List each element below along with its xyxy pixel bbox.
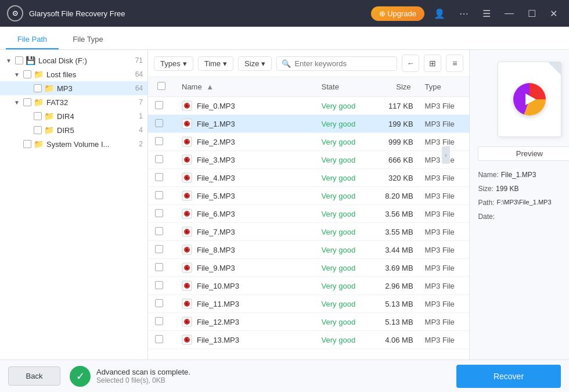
sidebar-item-systemvolume[interactable]: 📁 System Volume I... 2	[0, 137, 147, 151]
share-button[interactable]: ⋯	[455, 6, 473, 21]
checkbox-mp3[interactable]	[34, 84, 42, 92]
file-type-cell: MP3 File	[418, 241, 470, 259]
file-state-cell: Very good	[315, 277, 371, 295]
file-name-cell: File_3.MP3	[175, 151, 315, 169]
row-checkbox[interactable]	[155, 173, 163, 181]
table-row[interactable]: File_10.MP3Very good2.96 MBMP3 File	[148, 277, 469, 295]
checkbox-systemvolume[interactable]	[23, 140, 31, 148]
folder-icon: 📁	[34, 98, 44, 107]
row-checkbox[interactable]	[155, 191, 163, 199]
upgrade-button[interactable]: ⊕ Upgrade	[371, 6, 424, 21]
table-row[interactable]: File_0.MP3Very good117 KBMP3 File	[148, 97, 469, 115]
filter-size-button[interactable]: Size ▾	[238, 56, 272, 71]
table-row[interactable]: File_7.MP3Very good3.55 MBMP3 File	[148, 223, 469, 241]
file-name-text: File_4.MP3	[197, 174, 235, 182]
filter-types-button[interactable]: Types ▾	[154, 56, 193, 71]
file-name-cell: File_12.MP3	[175, 313, 315, 331]
mp3-file-icon	[182, 154, 192, 165]
close-button[interactable]: ✕	[545, 6, 562, 21]
table-row[interactable]: File_11.MP3Very good5.13 MBMP3 File	[148, 295, 469, 313]
main-content: ▼ 💾 Local Disk (F:) 71 ▼ 📁 Lost files 64…	[0, 50, 569, 359]
file-type-cell: MP3 File	[418, 115, 470, 133]
table-row[interactable]: File_4.MP3Very good320 KBMP3 File	[148, 169, 469, 187]
tab-filepath[interactable]: File Path	[6, 30, 59, 49]
mp3-file-icon	[182, 172, 192, 183]
sidebar-item-dir4[interactable]: 📁 DIR4 1	[0, 109, 147, 123]
table-row[interactable]: File_8.MP3Very good3.44 MBMP3 File	[148, 241, 469, 259]
file-size-cell: 3.55 MB	[371, 223, 418, 241]
file-name-text: File_5.MP3	[197, 192, 235, 200]
sidebar-label-fat32: FAT32	[46, 98, 136, 107]
table-row[interactable]: File_1.MP3Very good199 KBMP3 File	[148, 115, 469, 133]
back-button[interactable]: Back	[8, 366, 60, 386]
back-nav-button[interactable]: ←	[402, 55, 419, 72]
file-name-text: File_9.MP3	[197, 264, 235, 272]
checkbox-fat32[interactable]	[23, 98, 31, 106]
app-title: Glarysoft File Recovery Free	[29, 9, 125, 18]
file-name-text: File_0.MP3	[197, 102, 235, 110]
sidebar-item-fat32[interactable]: ▼ 📁 FAT32 7	[0, 95, 147, 109]
row-checkbox[interactable]	[155, 227, 163, 235]
checkbox-lostfiles[interactable]	[23, 70, 31, 78]
recover-button[interactable]: Recover	[456, 365, 561, 388]
search-input[interactable]	[294, 59, 392, 68]
row-checkbox[interactable]	[155, 299, 163, 307]
header-name[interactable]: Name ▲	[175, 77, 315, 97]
folder-icon: 📁	[44, 125, 54, 135]
file-name-cell: File_8.MP3	[175, 241, 315, 259]
table-row[interactable]: File_13.MP3Very good4.06 MBMP3 File	[148, 331, 469, 349]
app-logo: ⊙	[7, 5, 23, 21]
filter-time-button[interactable]: Time ▾	[198, 56, 233, 71]
file-corner-fold	[548, 62, 561, 75]
meta-path-row: Path: F:\MP3\File_1.MP3	[478, 196, 569, 210]
table-row[interactable]: File_3.MP3Very good666 KBMP3 File	[148, 151, 469, 169]
grid-view-button[interactable]: ⊞	[424, 55, 441, 72]
table-row[interactable]: File_6.MP3Very good3.56 MBMP3 File	[148, 205, 469, 223]
row-checkbox[interactable]	[155, 101, 163, 109]
header-state: State	[315, 77, 371, 97]
sidebar-item-localdisk[interactable]: ▼ 💾 Local Disk (F:) 71	[0, 53, 147, 67]
file-size-cell: 199 KB	[371, 115, 418, 133]
preview-label: Preview	[478, 146, 569, 161]
tab-filetype[interactable]: File Type	[61, 30, 115, 49]
sidebar-item-dir5[interactable]: 📁 DIR5 4	[0, 123, 147, 137]
checkbox-localdisk[interactable]	[15, 56, 23, 64]
sidebar-count-dir5: 4	[139, 126, 143, 134]
row-checkbox[interactable]	[155, 119, 163, 127]
mp3-file-icon	[182, 244, 192, 255]
maximize-button[interactable]: ☐	[523, 6, 541, 21]
select-all-checkbox[interactable]	[157, 82, 165, 90]
table-row[interactable]: File_12.MP3Very good5.13 MBMP3 File	[148, 313, 469, 331]
table-row[interactable]: File_9.MP3Very good3.69 MBMP3 File	[148, 259, 469, 277]
file-state-cell: Very good	[315, 133, 371, 151]
file-state-cell: Very good	[315, 313, 371, 331]
right-panel: Preview Name: File_1.MP3 Size: 199 KB Pa…	[470, 50, 569, 359]
row-checkbox[interactable]	[155, 317, 163, 325]
table-row[interactable]: File_2.MP3Very good999 KBMP3 File	[148, 133, 469, 151]
menu-button[interactable]: ☰	[478, 6, 495, 21]
checkbox-dir5[interactable]	[34, 126, 42, 134]
row-checkbox[interactable]	[155, 155, 163, 163]
checkbox-dir4[interactable]	[34, 112, 42, 120]
row-checkbox[interactable]	[155, 263, 163, 271]
meta-size-label: Size:	[478, 182, 494, 196]
row-checkbox[interactable]	[155, 245, 163, 253]
table-row[interactable]: File_5.MP3Very good8.20 MBMP3 File	[148, 187, 469, 205]
sidebar-count-fat32: 7	[139, 98, 143, 106]
panel-toggle-button[interactable]: ‹	[442, 146, 450, 164]
header-checkbox-col	[148, 77, 175, 97]
list-view-button[interactable]: ≡	[446, 55, 463, 72]
sidebar-item-lostfiles[interactable]: ▼ 📁 Lost files 64	[0, 67, 147, 81]
row-checkbox[interactable]	[155, 335, 163, 343]
sidebar-count-systemvolume: 2	[139, 140, 143, 148]
dropdown-arrow-icon: ▾	[183, 59, 187, 68]
file-name-cell: File_10.MP3	[175, 277, 315, 295]
file-state-cell: Very good	[315, 187, 371, 205]
row-checkbox[interactable]	[155, 137, 163, 145]
file-size-cell: 4.06 MB	[371, 331, 418, 349]
user-button[interactable]: 👤	[429, 6, 450, 21]
sidebar-item-mp3[interactable]: 📁 MP3 64	[0, 81, 147, 95]
row-checkbox[interactable]	[155, 209, 163, 217]
minimize-button[interactable]: —	[500, 6, 518, 21]
row-checkbox[interactable]	[155, 281, 163, 289]
